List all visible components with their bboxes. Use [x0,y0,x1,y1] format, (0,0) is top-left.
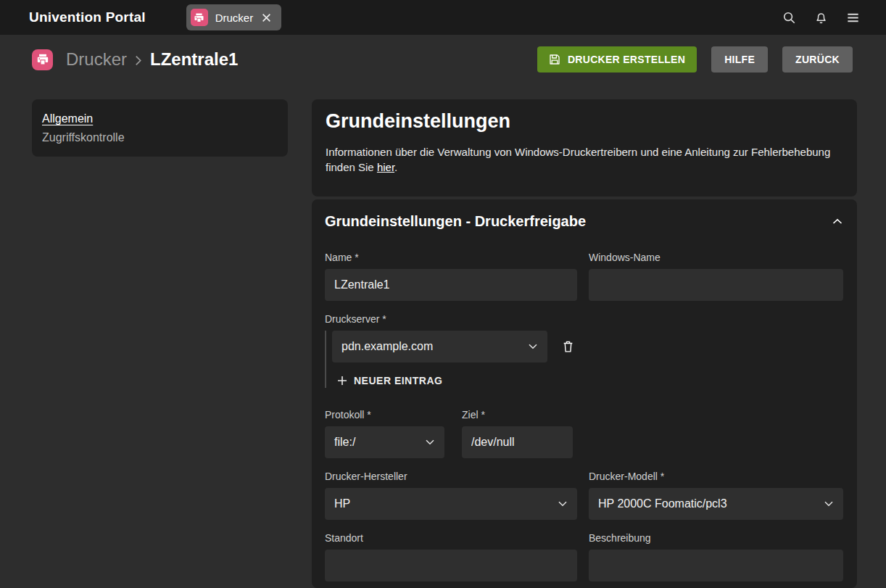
app-title: Univention Portal [29,9,146,25]
windows-name-input[interactable] [589,269,843,301]
chevron-down-icon [426,439,434,445]
protokoll-select[interactable]: file:/ [325,426,444,458]
add-entry-button[interactable]: NEUER EINTRAG [332,373,442,388]
beschreibung-label: Beschreibung [589,532,843,544]
protokoll-selected-value: file:/ [334,436,355,449]
intro-card: Grundeinstellungen Informationen über di… [312,99,857,196]
section-title: Grundeinstellungen - Druckerfreigabe [325,212,586,230]
standort-input[interactable] [325,550,577,581]
field-name: Name * [325,252,577,301]
field-ziel: Ziel * [462,409,573,458]
bell-icon[interactable] [806,3,835,32]
name-label: Name * [325,252,577,264]
name-input[interactable] [325,269,577,301]
chevron-down-icon [824,501,833,507]
druckserver-entry: pdn.example.com [332,331,577,363]
field-protokoll: Protokoll * file:/ [325,409,444,458]
beschreibung-input[interactable] [589,550,843,581]
form-row-name: Name * Windows-Name [325,252,844,301]
hersteller-select[interactable]: HP [325,488,577,520]
modell-label: Drucker-Modell * [589,471,843,483]
sidebar-item-zugriffskontrolle[interactable]: Zugriffskontrolle [42,128,125,147]
close-icon[interactable] [260,12,273,24]
save-icon [549,54,560,65]
section-header: Grundeinstellungen - Druckerfreigabe [325,212,844,230]
printer-icon [191,9,208,26]
form-row-druckserver: Druckserver * pdn.example.com [325,313,844,388]
search-icon[interactable] [774,3,803,32]
protokoll-label: Protokoll * [325,409,444,421]
intro-text-before: Informationen über die Verwaltung von Wi… [326,146,830,173]
field-druckserver: Druckserver * pdn.example.com [325,313,577,388]
modell-select[interactable]: HP 2000C Foomatic/pcl3 [589,488,843,520]
standort-label: Standort [325,532,577,544]
druckserver-select[interactable]: pdn.example.com [332,331,547,363]
windows-name-label: Windows-Name [589,252,843,264]
add-entry-label: NEUER EINTRAG [354,375,442,386]
breadcrumb-module[interactable]: Drucker [66,49,127,70]
sidebar-item-allgemein[interactable]: Allgemein [42,109,93,128]
ziel-label: Ziel * [462,409,573,421]
create-printer-label: DRUCKER ERSTELLEN [568,54,685,65]
modell-selected-value: HP 2000C Foomatic/pcl3 [598,497,727,510]
breadcrumb-item: LZentrale1 [150,49,238,70]
printer-icon [32,49,53,70]
help-button[interactable]: HILFE [711,46,768,73]
chevron-down-icon [529,344,537,349]
ziel-input[interactable] [462,426,573,458]
plus-icon [337,376,347,386]
field-windows-name: Windows-Name [589,252,843,301]
field-standort: Standort [325,532,577,581]
intro-text-after: . [394,161,397,173]
tab-drucker[interactable]: Drucker [186,4,282,30]
chevron-up-icon[interactable] [831,217,844,226]
back-button[interactable]: ZURÜCK [782,46,853,73]
protokoll-ziel-wrap: Protokoll * file:/ Ziel * [325,409,577,458]
form-row-standort-beschreibung: Standort Beschreibung [325,532,844,581]
form-row-hersteller-modell: Drucker-Hersteller HP Drucker-Modell * H… [325,471,844,520]
form-row-protokoll-ziel: Protokoll * file:/ Ziel * [325,409,844,458]
topbar: Univention Portal Drucker [0,0,886,35]
tab-label: Drucker [215,12,254,24]
page-title: Grundeinstellungen [326,109,843,133]
field-beschreibung: Beschreibung [589,532,843,581]
intro-text: Informationen über die Verwaltung von Wi… [326,144,843,175]
druckserver-selected-value: pdn.example.com [341,340,433,353]
druckserver-multivalue-group: pdn.example.com [325,331,577,388]
create-printer-button[interactable]: DRUCKER ERSTELLEN [537,46,697,73]
main-column: Grundeinstellungen Informationen über di… [312,99,857,588]
chevron-down-icon [558,501,567,507]
trash-icon[interactable] [560,339,576,355]
page-header: Drucker LZentrale1 DRUCKER ERSTELLEN HIL… [0,35,886,84]
druckserver-label: Druckserver * [325,313,577,326]
hier-link[interactable]: hier [377,161,394,173]
form-card: Grundeinstellungen - Druckerfreigabe Nam… [312,199,857,588]
section-nav: Allgemein Zugriffskontrolle [32,99,288,157]
hersteller-selected-value: HP [334,497,350,510]
menu-icon[interactable] [838,3,867,32]
chevron-right-icon [135,54,142,66]
hersteller-label: Drucker-Hersteller [325,471,577,483]
field-hersteller: Drucker-Hersteller HP [325,471,577,520]
content-area: Allgemein Zugriffskontrolle Grundeinstel… [0,84,886,588]
field-modell: Drucker-Modell * HP 2000C Foomatic/pcl3 [589,471,843,520]
